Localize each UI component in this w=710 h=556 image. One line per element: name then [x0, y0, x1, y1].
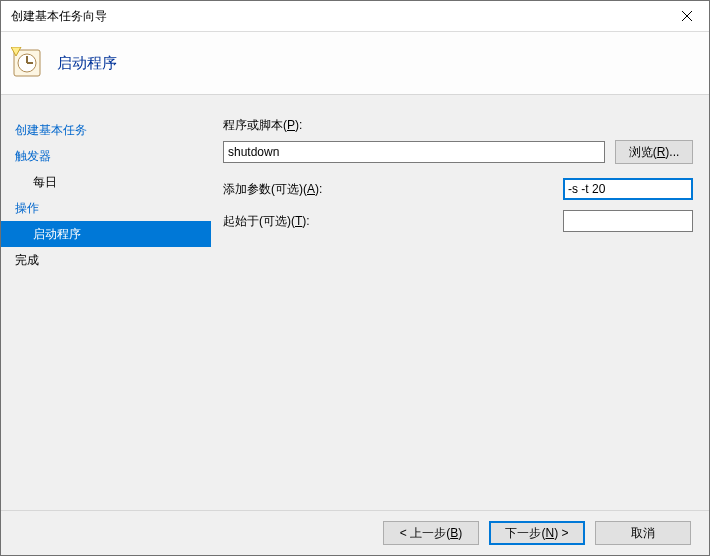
arguments-input[interactable]	[563, 178, 693, 200]
startin-input[interactable]	[563, 210, 693, 232]
sidebar-item-label: 每日	[33, 175, 57, 189]
cancel-button[interactable]: 取消	[595, 521, 691, 545]
sidebar-item-start-program: 启动程序	[1, 221, 211, 247]
program-input-row: 浏览(R)...	[223, 140, 693, 164]
title-bar: 创建基本任务向导	[1, 1, 709, 32]
wizard-header: 启动程序	[1, 32, 709, 95]
wizard-footer: < 上一步(B) 下一步(N) > 取消	[1, 510, 709, 555]
sidebar-item-label: 启动程序	[33, 227, 81, 241]
browse-button[interactable]: 浏览(R)...	[615, 140, 693, 164]
sidebar-item-trigger[interactable]: 触发器	[1, 143, 211, 169]
sidebar-item-daily: 每日	[1, 169, 211, 195]
window-title: 创建基本任务向导	[11, 8, 664, 25]
sidebar-item-action[interactable]: 操作	[1, 195, 211, 221]
wizard-body: 创建基本任务 触发器 每日 操作 启动程序 完成 程序或脚本(P):	[1, 95, 709, 510]
wizard-header-icon	[11, 47, 43, 79]
program-script-input[interactable]	[223, 141, 605, 163]
sidebar-item-create-basic-task[interactable]: 创建基本任务	[1, 117, 211, 143]
sidebar-item-label: 操作	[15, 201, 39, 215]
close-button[interactable]	[664, 1, 709, 31]
wizard-content: 程序或脚本(P): 浏览(R)... 添加参数(可选)(A):	[211, 95, 709, 510]
wizard-window: 创建基本任务向导 启动程序 创建基本任务 触	[0, 0, 710, 556]
arguments-row: 添加参数(可选)(A):	[223, 178, 693, 200]
program-script-label: 程序或脚本(P):	[223, 117, 302, 134]
sidebar-item-label: 触发器	[15, 149, 51, 163]
next-button[interactable]: 下一步(N) >	[489, 521, 585, 545]
startin-row: 起始于(可选)(T):	[223, 210, 693, 232]
close-icon	[682, 11, 692, 21]
wizard-header-title: 启动程序	[57, 54, 117, 73]
arguments-label: 添加参数(可选)(A):	[223, 181, 322, 198]
program-label-row: 程序或脚本(P):	[223, 117, 693, 134]
back-button[interactable]: < 上一步(B)	[383, 521, 479, 545]
sidebar-item-finish: 完成	[1, 247, 211, 273]
startin-label: 起始于(可选)(T):	[223, 213, 310, 230]
wizard-sidebar: 创建基本任务 触发器 每日 操作 启动程序 完成	[1, 95, 211, 510]
sidebar-item-label: 完成	[15, 253, 39, 267]
sidebar-item-label: 创建基本任务	[15, 123, 87, 137]
